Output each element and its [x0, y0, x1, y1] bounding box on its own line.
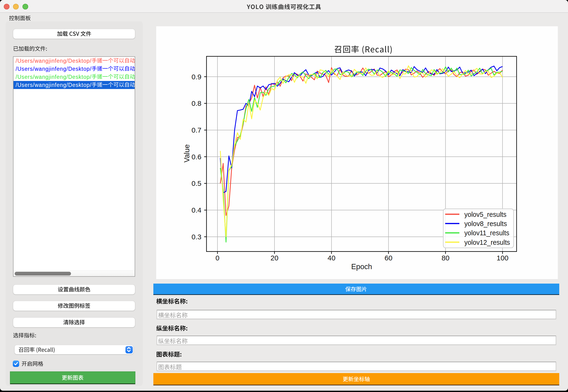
svg-text:yolov8_results: yolov8_results — [464, 220, 507, 227]
svg-text:20: 20 — [271, 254, 278, 262]
svg-text:0.3: 0.3 — [192, 233, 201, 241]
svg-text:0.4: 0.4 — [192, 206, 201, 214]
svg-text:0.7: 0.7 — [192, 126, 201, 134]
svg-text:100: 100 — [497, 254, 508, 262]
svg-text:0.6: 0.6 — [192, 153, 201, 161]
svg-text:0: 0 — [216, 254, 220, 262]
svg-text:0.5: 0.5 — [192, 180, 201, 187]
svg-text:0.8: 0.8 — [192, 99, 201, 107]
svg-text:60: 60 — [385, 254, 392, 262]
svg-text:yolov12_results: yolov12_results — [464, 238, 510, 246]
svg-text:40: 40 — [328, 254, 335, 262]
svg-text:Value: Value — [183, 144, 191, 163]
svg-text:Epoch: Epoch — [351, 263, 372, 271]
svg-text:yolov5_results: yolov5_results — [464, 210, 506, 218]
svg-text:yolov11_results: yolov11_results — [464, 229, 509, 237]
svg-text:0.9: 0.9 — [192, 73, 201, 81]
svg-text:80: 80 — [442, 254, 449, 262]
